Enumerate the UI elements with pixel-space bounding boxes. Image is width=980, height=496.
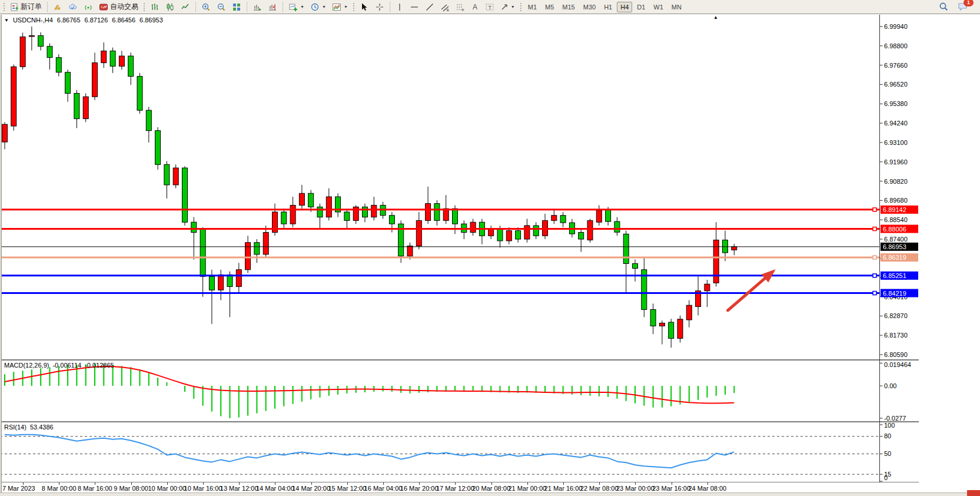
toolbar-grip[interactable] (520, 2, 522, 12)
timeframe-group: M1M5M15M30H1H4D1W1MN (524, 2, 686, 12)
svg-text:6.99940: 6.99940 (884, 23, 908, 30)
svg-text:6.95380: 6.95380 (884, 100, 908, 107)
time-label: 15 Mar 12:00 (328, 485, 366, 492)
vertical-line-button[interactable] (393, 1, 406, 14)
equidistant-channel-button[interactable]: E (438, 1, 452, 14)
auto-scroll-button[interactable] (250, 1, 264, 14)
chart-ohlc-header[interactable]: ▼ USDCNH-,H4 6.86765 6.87126 6.86456 6.8… (4, 16, 163, 24)
time-label: 17 Mar 12:00 (436, 485, 474, 492)
timeframe-m1[interactable]: M1 (524, 2, 540, 12)
svg-text:80: 80 (884, 432, 891, 439)
time-label: 22 Mar 08:00 (580, 485, 619, 492)
candle-chart-button[interactable] (163, 1, 177, 14)
line-chart-button[interactable] (178, 1, 192, 14)
time-label: 14 Mar 20:00 (292, 485, 330, 492)
candle-chart-icon (165, 2, 175, 12)
fibonacci-icon: F (456, 2, 465, 12)
cursor-button[interactable] (357, 1, 371, 14)
autotrading-icon (99, 2, 108, 12)
separator (247, 2, 247, 12)
crosshair-button[interactable] (373, 1, 387, 14)
time-label: 21 Mar 00:00 (508, 485, 546, 492)
rsi-panel[interactable]: 1008050150 (0, 422, 919, 482)
zoom-out-icon (217, 2, 226, 12)
templates-button[interactable]: ▼ (330, 1, 350, 14)
text-label-button[interactable]: T (483, 1, 497, 14)
zoom-out-button[interactable] (214, 1, 228, 14)
horizontal-line-button[interactable] (407, 1, 421, 14)
periods-button[interactable]: ▼ (308, 1, 328, 14)
svg-text:6.87400: 6.87400 (884, 236, 908, 243)
horizontal-line-icon (410, 2, 419, 12)
symbol-period-label: USDCNH-,H4 (13, 16, 53, 24)
time-label: 21 Mar 16:00 (544, 485, 583, 492)
timeframe-m30[interactable]: M30 (580, 2, 599, 12)
svg-text:F: F (462, 8, 464, 12)
mt4-terminal: 新订单 自动交易 (0, 0, 980, 496)
autotrading-button[interactable]: 自动交易 (97, 1, 141, 14)
timeframe-mn[interactable]: MN (668, 2, 685, 12)
toolbar-grip[interactable] (353, 2, 355, 12)
macd-panel[interactable]: 0.0194640.00-0.0277 (0, 360, 919, 422)
svg-text:6.94240: 6.94240 (884, 120, 908, 127)
bar-chart-button[interactable] (148, 1, 162, 14)
svg-text:6.81730: 6.81730 (884, 332, 908, 339)
separator (283, 2, 283, 12)
macd-indicator-label: MACD(12,26,9) -0.006114 -0.012865 (4, 362, 114, 369)
timeframe-d1[interactable]: D1 (633, 2, 649, 12)
time-label: 14 Mar 04:00 (256, 485, 294, 492)
trendline-button[interactable] (423, 1, 437, 14)
bar-chart-icon (150, 2, 160, 12)
arrow-objects-icon (500, 2, 509, 12)
svg-text:0.00: 0.00 (884, 382, 896, 389)
toolbar-grip[interactable] (143, 2, 145, 12)
toolbar: 新订单 自动交易 (0, 0, 980, 14)
gold-button[interactable] (51, 1, 65, 14)
text-button[interactable]: A (469, 1, 481, 14)
time-axis[interactable]: 7 Mar 20238 Mar 00:008 Mar 16:009 Mar 08… (0, 482, 919, 492)
time-label: 13 Mar 12:00 (220, 485, 258, 492)
svg-text:T: T (488, 4, 491, 10)
time-label: 23 Mar 00:00 (616, 485, 655, 492)
autotrading-label: 自动交易 (110, 2, 138, 12)
new-order-button[interactable]: 新订单 (8, 1, 44, 14)
search-button[interactable] (936, 1, 951, 14)
notifications-button[interactable]: 1 (955, 1, 971, 14)
channel-icon: E (440, 2, 450, 12)
chevron-down-icon: ▼ (344, 5, 348, 9)
timeframe-m15[interactable]: M15 (559, 2, 578, 12)
search-icon (939, 2, 949, 12)
window-bottom-strip (0, 492, 980, 496)
macd-name: MACD(12,26,9) (4, 362, 49, 369)
arrows-button[interactable]: ▼ (498, 1, 517, 14)
timeframe-h4[interactable]: H4 (617, 2, 632, 12)
chevron-down-icon: ▼ (322, 5, 326, 9)
tile-windows-icon (232, 2, 241, 12)
time-label: 8 Mar 16:00 (78, 485, 112, 492)
zoom-in-button[interactable] (199, 1, 213, 14)
separator (390, 2, 390, 12)
low-value: 6.86456 (112, 16, 135, 24)
time-label: 10 Mar 00:00 (148, 485, 186, 492)
svg-text:6.89142: 6.89142 (883, 206, 906, 213)
time-label: 7 Mar 2023 (2, 485, 35, 492)
fibonacci-button[interactable]: F (453, 1, 467, 14)
timeframe-m5[interactable]: M5 (542, 2, 557, 12)
timeframe-w1[interactable]: W1 (650, 2, 667, 12)
market-button[interactable] (66, 1, 80, 14)
signals-button[interactable] (81, 1, 95, 14)
svg-text:6.85251: 6.85251 (883, 272, 906, 279)
window-left-edge (0, 15, 2, 492)
time-label: 9 Mar 08:00 (114, 485, 148, 492)
main-price-chart[interactable]: 6.999406.988006.976606.965206.953806.942… (0, 15, 919, 360)
time-label: 23 Mar 16:00 (652, 485, 690, 492)
toolbar-grip[interactable] (3, 2, 5, 12)
text-icon: A (471, 2, 479, 12)
time-label: 24 Mar 08:00 (688, 485, 726, 492)
chart-shift-button[interactable] (265, 1, 280, 14)
new-chart-button[interactable]: ▼ (286, 1, 307, 14)
new-order-label: 新订单 (21, 2, 42, 12)
time-label: 16 Mar 04:00 (364, 485, 403, 492)
timeframe-h1[interactable]: H1 (600, 2, 616, 12)
tile-windows-button[interactable] (230, 1, 244, 14)
